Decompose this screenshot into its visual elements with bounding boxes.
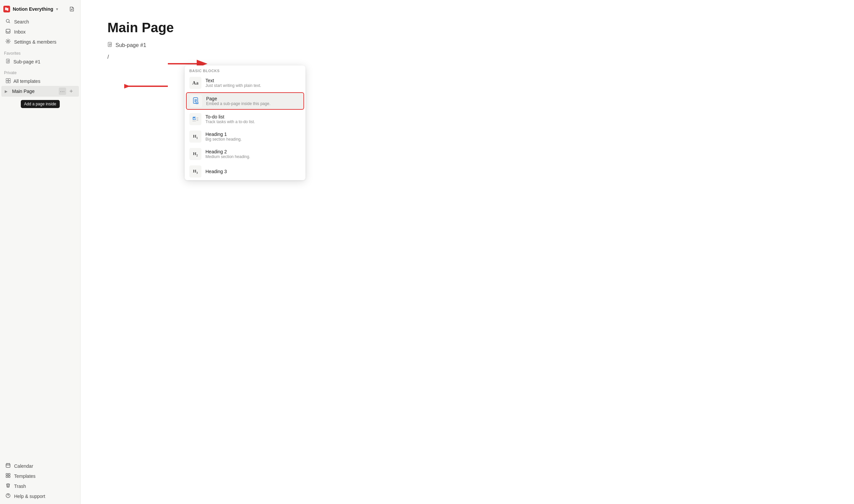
all-templates-label: All templates: [14, 78, 40, 84]
sidebar-header: Notion Everything ▾: [0, 3, 80, 15]
slash-menu-item-h2[interactable]: H2 Heading 2 Medium section heading.: [185, 145, 305, 163]
templates-icon: [5, 473, 12, 480]
sidebar: Notion Everything ▾ Search Inbox: [0, 0, 81, 504]
trash-label: Trash: [14, 484, 26, 489]
todo-block-text: To-do list Track tasks with a to-do list…: [206, 114, 255, 124]
workspace-name: Notion Everything: [13, 6, 53, 12]
slash-menu-item-h3[interactable]: H3 Heading 3: [185, 163, 305, 179]
private-section-label: Private: [0, 67, 80, 76]
h2-block-text: Heading 2 Medium section heading.: [206, 149, 250, 159]
page-block-name: Page: [206, 96, 270, 101]
more-options-button[interactable]: ···: [59, 88, 66, 95]
h2-block-name: Heading 2: [206, 149, 250, 154]
subpage1-label: Sub-page #1: [14, 59, 40, 65]
subpage-link-icon: [107, 42, 113, 49]
favorites-section-label: Favorites: [0, 47, 80, 57]
text-block-text: Text Just start writing with plain text.: [206, 78, 261, 88]
slash-menu-item-text[interactable]: Aa Text Just start writing with plain te…: [185, 74, 305, 92]
text-block-name: Text: [206, 78, 261, 83]
main-content: Main Page Sub-page #1 / Basic blocks Aa …: [81, 0, 854, 504]
slash-menu-item-todo[interactable]: To-do list Track tasks with a to-do list…: [185, 110, 305, 128]
slash-menu: Basic blocks Aa Text Just start writing …: [185, 66, 305, 180]
todo-block-desc: Track tasks with a to-do list.: [206, 120, 255, 124]
svg-rect-5: [8, 78, 11, 80]
subpage-link[interactable]: Sub-page #1: [107, 42, 827, 49]
sidebar-item-trash[interactable]: Trash: [1, 481, 79, 491]
svg-point-14: [8, 497, 8, 497]
inbox-label: Inbox: [14, 29, 25, 35]
page-block-text: Page Embed a sub-page inside this page.: [206, 96, 270, 106]
h1-block-text: Heading 1 Big section heading.: [206, 131, 242, 142]
page-item-actions: ··· +: [59, 88, 75, 95]
workspace-icon: [3, 6, 10, 13]
slash-input[interactable]: /: [107, 54, 827, 60]
new-page-button[interactable]: [68, 5, 76, 14]
add-page-button[interactable]: +: [68, 88, 75, 95]
slash-menu-section-label: Basic blocks: [185, 66, 305, 74]
text-block-desc: Just start writing with plain text.: [206, 83, 261, 88]
svg-rect-12: [8, 476, 10, 478]
main-page-label: Main Page: [12, 89, 35, 94]
sidebar-item-inbox[interactable]: Inbox: [1, 27, 79, 37]
svg-point-2: [7, 41, 9, 42]
slash-menu-item-page[interactable]: Page Embed a sub-page inside this page.: [186, 92, 304, 110]
trash-icon: [5, 483, 12, 490]
svg-rect-8: [6, 464, 10, 467]
h3-block-text: Heading 3: [206, 169, 227, 174]
h3-block-name: Heading 3: [206, 169, 227, 174]
chevron-down-icon: ▾: [56, 7, 58, 12]
search-label: Search: [14, 19, 29, 24]
help-label: Help & support: [14, 493, 45, 499]
sidebar-item-subpage1[interactable]: Sub-page #1: [1, 57, 79, 67]
page-block-desc: Embed a sub-page inside this page.: [206, 101, 270, 106]
sidebar-item-help[interactable]: Help & support: [1, 491, 79, 501]
todo-block-name: To-do list: [206, 114, 255, 120]
sidebar-item-settings[interactable]: Settings & members: [1, 37, 79, 47]
svg-rect-6: [6, 81, 8, 83]
add-page-tooltip: Add a page inside: [20, 100, 59, 108]
sidebar-bottom: Calendar Templates Trash: [0, 461, 80, 501]
sidebar-item-templates[interactable]: Templates: [1, 471, 79, 481]
h3-block-icon: H3: [189, 165, 201, 178]
search-icon: [5, 18, 12, 25]
sidebar-item-calendar[interactable]: Calendar: [1, 461, 79, 471]
inbox-icon: [5, 29, 12, 35]
svg-rect-11: [6, 476, 8, 478]
help-icon: [5, 493, 12, 500]
chevron-right-icon: ▶: [5, 89, 10, 94]
h2-block-desc: Medium section heading.: [206, 154, 250, 159]
svg-rect-4: [6, 78, 8, 80]
svg-rect-9: [6, 473, 8, 475]
h1-block-name: Heading 1: [206, 131, 242, 137]
h1-block-desc: Big section heading.: [206, 137, 242, 142]
svg-rect-10: [8, 473, 10, 475]
sidebar-item-main-page[interactable]: ▶ Main Page ··· + Add a page inside: [1, 86, 79, 97]
calendar-icon: [5, 463, 12, 469]
h1-block-icon: H1: [189, 130, 201, 143]
page-block-icon: [190, 95, 202, 107]
templates-grid-icon: [5, 78, 12, 84]
page-title: Main Page: [107, 20, 827, 35]
sidebar-item-all-templates[interactable]: All templates: [1, 76, 79, 86]
svg-rect-7: [8, 81, 11, 83]
page-icon: [5, 59, 12, 65]
todo-block-icon: [189, 113, 201, 125]
settings-icon: [5, 39, 12, 45]
text-block-icon: Aa: [189, 77, 201, 89]
subpage-link-label: Sub-page #1: [115, 42, 146, 48]
slash-menu-item-h1[interactable]: H1 Heading 1 Big section heading.: [185, 128, 305, 145]
sidebar-item-search[interactable]: Search: [1, 17, 79, 27]
calendar-label: Calendar: [14, 463, 33, 469]
h2-block-icon: H2: [189, 148, 201, 160]
svg-rect-1: [6, 29, 10, 33]
settings-label: Settings & members: [14, 39, 56, 44]
templates-label: Templates: [14, 473, 36, 479]
workspace-title[interactable]: Notion Everything ▾: [3, 6, 58, 13]
